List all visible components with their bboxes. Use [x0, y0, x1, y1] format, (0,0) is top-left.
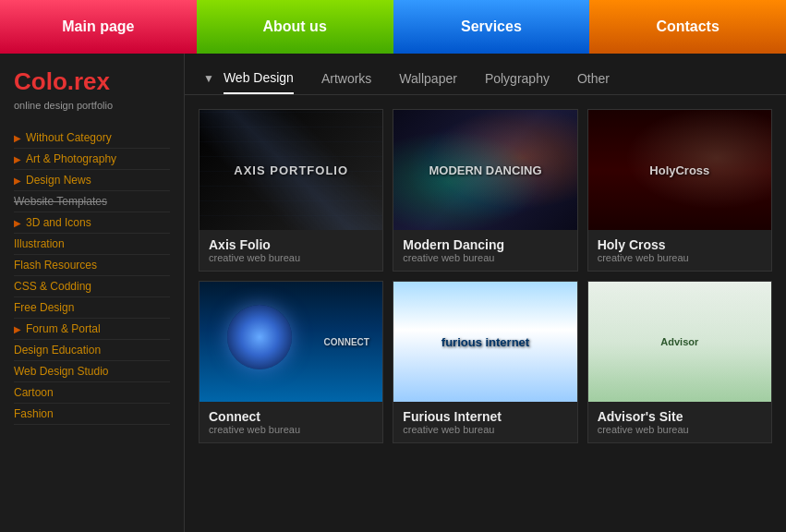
portfolio-thumb-furious: furious internet [393, 282, 576, 402]
top-navigation: Main page About us Services Contacts [0, 0, 786, 54]
nav-services[interactable]: Services [393, 0, 590, 54]
sidebar-item-illustration[interactable]: Illustration [14, 234, 170, 255]
arrow-icon: ▶ [14, 133, 21, 143]
portfolio-subtitle: creative web bureau [598, 252, 762, 263]
sidebar: Colo.rex online design portfolio ▶ Witho… [0, 54, 185, 532]
sidebar-item-3d-icons[interactable]: ▶ 3D and Icons [14, 212, 170, 234]
sidebar-item-css-codding[interactable]: CSS & Codding [14, 276, 170, 297]
sidebar-item-flash-resources[interactable]: Flash Resources [14, 255, 170, 276]
sidebar-item-website-templates[interactable]: Website Templates [14, 191, 170, 212]
tab-arrow-icon: ▼ [203, 72, 214, 85]
portfolio-thumb-connect: CONNECT [200, 282, 382, 402]
portfolio-title: Holy Cross [598, 237, 762, 252]
tab-polygraphy[interactable]: Polygraphy [485, 64, 550, 93]
portfolio-subtitle: creative web bureau [403, 424, 567, 435]
portfolio-thumb-advisor: Advisor [588, 282, 771, 402]
arrow-icon: ▶ [14, 324, 21, 334]
portfolio-item-furious-internet[interactable]: furious internet Furious Internet creati… [393, 281, 577, 443]
portfolio-subtitle: creative web bureau [209, 424, 373, 435]
portfolio-title: Furious Internet [403, 409, 567, 424]
arrow-icon: ▶ [14, 175, 21, 186]
sidebar-item-without-category[interactable]: ▶ Without Category [14, 127, 170, 149]
portfolio-thumb-holy: HolyCross [588, 110, 771, 230]
portfolio-grid: AXIS PORTFOLIO Axis Folio creative web b… [185, 95, 786, 457]
portfolio-subtitle: creative web bureau [403, 252, 567, 263]
nav-about-label: About us [262, 18, 326, 35]
portfolio-subtitle: creative web bureau [209, 252, 373, 263]
portfolio-title: Axis Folio [209, 237, 373, 252]
portfolio-title: Connect [209, 409, 373, 424]
nav-services-label: Services [461, 18, 522, 35]
sidebar-item-design-education[interactable]: Design Education [14, 340, 170, 361]
tab-web-design[interactable]: Web Design [224, 63, 294, 94]
portfolio-subtitle: creative web bureau [598, 424, 762, 435]
portfolio-thumb-dancing: MODERN DANCING [393, 110, 576, 230]
sidebar-item-forum-portal[interactable]: ▶ Forum & Portal [14, 319, 170, 340]
portfolio-title: Modern Dancing [403, 237, 567, 252]
tab-other[interactable]: Other [577, 64, 610, 93]
portfolio-thumb-axis: AXIS PORTFOLIO [200, 110, 382, 230]
sidebar-item-web-design-studio[interactable]: Web Design Studio [14, 361, 170, 382]
portfolio-item-axis-folio[interactable]: AXIS PORTFOLIO Axis Folio creative web b… [199, 109, 383, 272]
arrow-icon: ▶ [14, 154, 21, 164]
nav-contacts-label: Contacts [656, 18, 719, 35]
logo: Colo.rex [14, 67, 170, 96]
sidebar-item-art-photography[interactable]: ▶ Art & Photography [14, 149, 170, 170]
sidebar-item-design-news[interactable]: ▶ Design News [14, 170, 170, 191]
portfolio-item-modern-dancing[interactable]: MODERN DANCING Modern Dancing creative w… [393, 109, 577, 272]
tab-artworks[interactable]: Artworks [321, 64, 371, 93]
sidebar-item-fashion[interactable]: Fashion [14, 404, 170, 425]
logo-text: Colo. [14, 67, 74, 95]
nav-main-label: Main page [62, 18, 134, 35]
tab-wallpaper[interactable]: Wallpaper [399, 64, 457, 93]
nav-about-us[interactable]: About us [197, 0, 393, 54]
tab-bar: ▼ Web Design Artworks Wallpaper Polygrap… [185, 54, 786, 95]
sidebar-item-cartoon[interactable]: Cartoon [14, 382, 170, 404]
logo-subtitle: online design portfolio [14, 100, 170, 111]
content-area: ▼ Web Design Artworks Wallpaper Polygrap… [185, 54, 786, 532]
nav-main-page[interactable]: Main page [0, 0, 197, 54]
arrow-icon: ▶ [14, 218, 21, 228]
portfolio-item-advisor-site[interactable]: Advisor Advisor's Site creative web bure… [587, 281, 772, 443]
sidebar-item-free-design[interactable]: Free Design [14, 297, 170, 319]
portfolio-item-holy-cross[interactable]: HolyCross Holy Cross creative web bureau [587, 109, 772, 272]
portfolio-title: Advisor's Site [598, 409, 762, 424]
main-layout: Colo.rex online design portfolio ▶ Witho… [0, 54, 786, 532]
portfolio-item-connect[interactable]: CONNECT Connect creative web bureau [199, 281, 383, 443]
logo-accent: rex [74, 67, 110, 95]
nav-contacts[interactable]: Contacts [589, 0, 786, 54]
